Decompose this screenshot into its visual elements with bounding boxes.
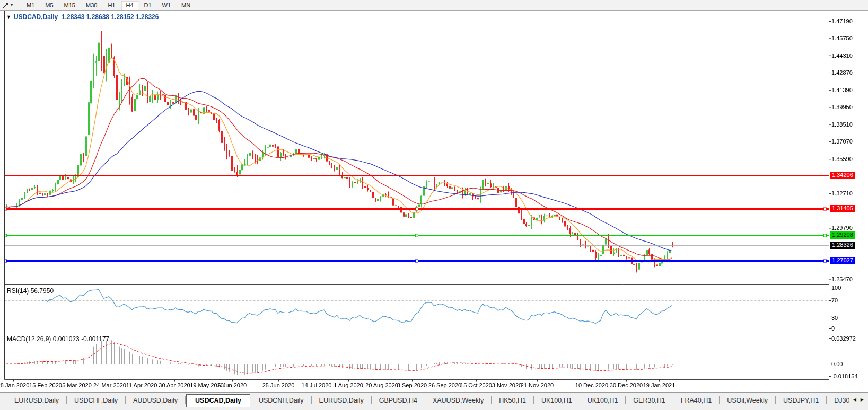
price-axis-tick: 1.39950 bbox=[831, 104, 853, 110]
date-axis-label: 30 Apr 2020 bbox=[159, 382, 190, 388]
tab-divider bbox=[491, 396, 492, 404]
date-axis-label: 11 Apr 2020 bbox=[126, 382, 157, 388]
date-axis-label: 20 Aug 2020 bbox=[365, 382, 398, 388]
tab-audusd-daily[interactable]: AUDUSD,Daily bbox=[126, 395, 185, 407]
price-axis-tick: 1.37070 bbox=[831, 138, 853, 145]
date-axis-label: 6 Jun 2020 bbox=[218, 382, 247, 388]
tab-fra40-h1[interactable]: FRA40,H1 bbox=[674, 395, 718, 407]
tab-xauusd-weekly[interactable]: XAUUSD,Weekly bbox=[426, 395, 490, 407]
tab-divider bbox=[625, 396, 626, 404]
date-axis-label: 28 Jan 2020 bbox=[0, 382, 29, 388]
tab-gbpusd-h4[interactable]: GBPUSD,H4 bbox=[372, 395, 424, 407]
price-axis-tick: 1.29790 bbox=[831, 225, 853, 231]
rsi-axis-tick: 0 bbox=[831, 325, 835, 332]
macd-main-value: 0.001023 bbox=[53, 335, 80, 343]
macd-axis-tick: 0.00 bbox=[831, 361, 843, 367]
tab-divider bbox=[673, 396, 673, 404]
macd-label: MACD(12,26,9) 0.001023 -0.001177 bbox=[7, 335, 109, 343]
hline-price-badge: 1.29208 bbox=[830, 231, 855, 239]
timeframe-button-m1[interactable]: M1 bbox=[22, 1, 39, 10]
price-axis-tick: 1.45750 bbox=[831, 35, 853, 41]
price-axis-tick: 1.25470 bbox=[831, 276, 853, 282]
date-axis-label: 25 Jun 2020 bbox=[262, 382, 295, 388]
timeframe-button-d1[interactable]: D1 bbox=[139, 1, 156, 10]
rsi-axis-tick: 70 bbox=[831, 297, 838, 304]
timeframe-button-m30[interactable]: M30 bbox=[81, 1, 102, 10]
tab-divider bbox=[311, 396, 312, 404]
tab-divider bbox=[251, 396, 251, 404]
timeframe-button-w1[interactable]: W1 bbox=[157, 1, 176, 10]
rsi-axis-tick: 100 bbox=[831, 284, 841, 291]
tab-eurusd-daily[interactable]: EURUSD,Daily bbox=[312, 395, 371, 407]
tab-usdcnh-daily[interactable]: USDCNH,Daily bbox=[252, 395, 311, 407]
current-price-badge: 1.28326 bbox=[830, 242, 855, 249]
date-axis-label: 26 Sep 2020 bbox=[428, 382, 461, 388]
timeframe-button-h4[interactable]: H4 bbox=[121, 1, 138, 10]
chart-symbol-label: USDCAD,Daily bbox=[14, 13, 58, 21]
toolbar: ▾ M1M5M15M30H1H4D1W1MN bbox=[0, 0, 868, 11]
chart-tab-bar: EURUSD,DailyUSDCHF,DailyAUDUSD,DailyUSDC… bbox=[0, 392, 868, 410]
tab-scroll-arrows: ◀ ▶ bbox=[849, 393, 868, 407]
tab-divider bbox=[185, 396, 186, 404]
timeframe-button-m5[interactable]: M5 bbox=[40, 1, 58, 10]
date-axis-label: 19 Jan 2021 bbox=[643, 382, 676, 388]
cursor-tool-button[interactable]: ▾ bbox=[1, 1, 14, 10]
tab-usdcad-daily[interactable]: USDCAD,Daily bbox=[186, 394, 250, 407]
price-axis-tick: 1.38510 bbox=[831, 121, 853, 128]
date-axis-label: 8 Sep 2020 bbox=[397, 382, 427, 388]
price-axis-tick: 1.35590 bbox=[831, 156, 853, 162]
date-axis-label: 3 Nov 2020 bbox=[492, 382, 522, 388]
date-axis-label: 14 Jul 2020 bbox=[302, 382, 332, 388]
timeframe-button-h1[interactable]: H1 bbox=[103, 1, 120, 10]
tab-divider bbox=[580, 396, 580, 404]
tab-uk100-h1[interactable]: UK100,H1 bbox=[534, 395, 579, 407]
tab-divider bbox=[425, 396, 425, 404]
chart-menu-arrow-icon: ▼ bbox=[6, 14, 11, 20]
tab-hk50-h1[interactable]: HK50,H1 bbox=[492, 395, 533, 407]
hline-price-badge: 1.34206 bbox=[830, 172, 855, 179]
price-axis-tick: 1.47190 bbox=[831, 18, 853, 24]
timeframe-button-group: M1M5M15M30H1H4D1W1MN bbox=[21, 1, 196, 10]
timeframe-button-m15[interactable]: M15 bbox=[59, 1, 80, 10]
tab-uk100-h1[interactable]: UK100,H1 bbox=[581, 395, 625, 407]
date-axis-label: 10 Dec 2020 bbox=[575, 382, 608, 388]
tab-eurusd-daily[interactable]: EURUSD,Daily bbox=[7, 395, 66, 407]
date-axis-label: 24 Mar 2020 bbox=[93, 382, 126, 388]
price-axis-tick: 1.32710 bbox=[831, 190, 853, 197]
tab-usdjpy-h1[interactable]: USDJPY,H1 bbox=[776, 395, 826, 407]
price-axis-tick: 1.42870 bbox=[831, 69, 853, 76]
macd-signal-value: -0.001177 bbox=[81, 335, 109, 343]
date-axis-label: 21 Nov 2020 bbox=[521, 382, 554, 388]
hline-price-badge: 1.31405 bbox=[830, 205, 855, 212]
macd-axis-tick: 0.032972 bbox=[831, 335, 856, 342]
tab-scroll-right-button[interactable]: ▶ bbox=[858, 396, 866, 403]
tab-divider bbox=[826, 396, 827, 404]
tab-divider bbox=[125, 396, 126, 404]
tab-usoil-weekly[interactable]: USOil,Weekly bbox=[720, 395, 775, 407]
toolbar-grip bbox=[16, 2, 19, 8]
chart-canvas[interactable] bbox=[0, 0, 868, 410]
date-axis-label: 5 Mar 2020 bbox=[62, 382, 92, 388]
tab-divider bbox=[775, 396, 776, 404]
mt4-window: ▾ M1M5M15M30H1H4D1W1MN ▼USDCAD,Daily 1.2… bbox=[0, 0, 868, 410]
timeframe-button-mn[interactable]: MN bbox=[177, 1, 195, 10]
date-axis-label: 1 Aug 2020 bbox=[334, 382, 363, 388]
tab-divider bbox=[533, 396, 534, 404]
date-axis-label: 15 Oct 2020 bbox=[460, 382, 492, 388]
tab-usdchf-daily[interactable]: USDCHF,Daily bbox=[67, 395, 125, 407]
tab-scroll-left-button[interactable]: ◀ bbox=[851, 396, 858, 403]
date-axis-label: 30 Dec 2020 bbox=[610, 382, 643, 388]
rsi-label: RSI(14) 56.7950 bbox=[7, 287, 54, 295]
tab-divider bbox=[719, 396, 720, 404]
tab-ger30-h1[interactable]: GER30,H1 bbox=[626, 395, 672, 407]
rsi-axis-tick: 30 bbox=[831, 315, 838, 321]
price-axis-tick: 1.44310 bbox=[831, 52, 853, 59]
chevron-down-icon: ▾ bbox=[11, 3, 13, 7]
tab-divider bbox=[371, 396, 372, 404]
chart-title: ▼USDCAD,Daily 1.28343 1.28638 1.28152 1.… bbox=[6, 13, 159, 21]
tab-divider bbox=[66, 396, 67, 404]
hline-price-badge: 1.27027 bbox=[830, 257, 855, 264]
price-axis-tick: 1.41390 bbox=[831, 87, 853, 93]
macd-axis-tick: -0.018154 bbox=[831, 373, 858, 379]
cursor-icon bbox=[3, 2, 10, 8]
